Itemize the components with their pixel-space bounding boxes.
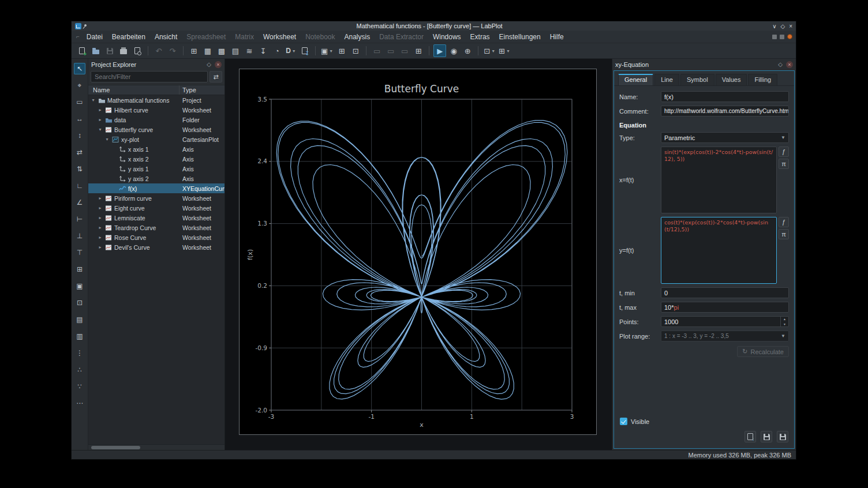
tool-select-button[interactable]: ↖ xyxy=(74,63,85,74)
new-worksheet-button[interactable]: ▤ xyxy=(229,44,242,57)
tmax-field[interactable]: 10* pi xyxy=(661,302,789,313)
expander-icon[interactable]: ▾ xyxy=(104,137,110,142)
add-text-label-button[interactable]: ⊡ xyxy=(349,44,362,57)
type-combobox[interactable]: Parametric ▼ xyxy=(661,132,789,143)
tree-row-piriform-curve[interactable]: ▸Piriform curveWorksheet xyxy=(88,193,225,203)
scrollbar-thumb[interactable] xyxy=(91,446,140,449)
points-spin-up[interactable]: ▲ xyxy=(781,317,788,322)
expander-icon[interactable]: ▸ xyxy=(97,205,103,211)
window-minimize-button[interactable]: ∨ xyxy=(772,23,776,29)
tree-row-butterfly-curve[interactable]: ▾Butterfly curveWorksheet xyxy=(88,125,225,134)
open-project-button[interactable] xyxy=(89,44,102,57)
explorer-hscrollbar[interactable] xyxy=(88,444,225,450)
zoom-mode-button[interactable]: ⊡▼ xyxy=(482,44,496,57)
tool-measure-button[interactable]: ∟ xyxy=(74,180,85,192)
tree-row-x-axis-1[interactable]: x axis 1Axis xyxy=(88,144,225,154)
tool-add-image-button[interactable]: ▣ xyxy=(74,280,85,292)
points-spinbox[interactable]: 1000 ▲ ▼ xyxy=(661,316,789,327)
new-project-button[interactable] xyxy=(76,44,88,57)
tool-add-x-axis-button[interactable]: ⊥ xyxy=(74,230,85,242)
new-live-data-source-button[interactable]: ≋ xyxy=(243,44,256,57)
expander-icon[interactable]: ▸ xyxy=(97,215,103,220)
load-function-button[interactable] xyxy=(744,431,756,442)
visible-checkbox[interactable]: Visible xyxy=(614,414,794,429)
insert-constant-button-y[interactable]: π xyxy=(779,229,789,239)
tree-row-teardrop-curve[interactable]: ▸Teardrop CurveWorksheet xyxy=(88,223,225,232)
explorer-float-button[interactable]: ◇ xyxy=(207,61,211,67)
magnification-button[interactable]: ⊞▼ xyxy=(497,44,511,57)
notification-icon[interactable] xyxy=(787,34,792,39)
tab-values[interactable]: Values xyxy=(716,74,747,85)
tool-measure-angle-button[interactable]: ∠ xyxy=(74,197,85,208)
tool-zoom-select-button[interactable]: ▭ xyxy=(74,96,85,108)
arrange-layout-button[interactable]: ⊞ xyxy=(412,44,425,57)
print-preview-button[interactable] xyxy=(131,44,144,57)
tree-row-eight-curve[interactable]: ▸Eight curveWorksheet xyxy=(88,203,225,213)
explorer-close-button[interactable]: × xyxy=(215,61,222,68)
tool-add-reference-range-button[interactable]: ∵ xyxy=(74,381,85,392)
panel-icon[interactable] xyxy=(772,35,777,39)
x-equation-input[interactable]: sin(t)*(exp(cos(t))-2*cos(4*t)-pow(sin(t… xyxy=(661,147,777,213)
select-mode-button[interactable]: ◉ xyxy=(447,44,460,57)
filter-options-button[interactable]: ⇄ xyxy=(209,71,222,82)
tool-add-axis-button[interactable]: ⊢ xyxy=(74,213,85,225)
expander-icon[interactable]: ▸ xyxy=(97,235,103,240)
color-picker-button[interactable]: ◔ xyxy=(271,44,283,57)
worksheet-view[interactable]: -3-1133.52.41.30.2-0.9-2.0Butterfly Curv… xyxy=(225,59,612,450)
checkbox-checked-icon[interactable] xyxy=(620,418,627,425)
tab-line[interactable]: Line xyxy=(654,74,679,85)
tool-add-spreadsheet-button[interactable]: ▤ xyxy=(74,314,85,325)
tree-row-y-axis-1[interactable]: y axis 1Axis xyxy=(88,164,225,174)
menu-item-worksheet[interactable]: Worksheet xyxy=(259,31,301,43)
name-field[interactable]: f(x) xyxy=(661,91,789,102)
dock-float-button[interactable]: ◇ xyxy=(778,61,783,67)
menu-item-hilfe[interactable]: Hilfe xyxy=(545,31,568,43)
tree-row-f-x[interactable]: f(x)XYEquationCurve xyxy=(88,183,225,193)
tool-add-reference-line-button[interactable]: ∴ xyxy=(74,364,85,376)
menu-item-ansicht[interactable]: Ansicht xyxy=(150,31,182,43)
expander-icon[interactable]: ▸ xyxy=(97,196,103,201)
crosshair-mode-button[interactable]: ⊕ xyxy=(461,44,474,57)
tool-add-info-element-button[interactable]: ⋯ xyxy=(74,397,85,409)
column-type[interactable]: Type xyxy=(179,87,225,93)
dock-close-button[interactable]: × xyxy=(786,61,793,68)
menu-item-bearbeiten[interactable]: Bearbeiten xyxy=(107,31,150,43)
expander-icon[interactable]: ▸ xyxy=(97,225,103,230)
expander-icon[interactable]: ▸ xyxy=(97,117,103,122)
insert-constant-button[interactable]: π xyxy=(779,159,789,169)
worksheet-page[interactable]: -3-1133.52.41.30.2-0.9-2.0Butterfly Curv… xyxy=(239,69,597,435)
tool-add-matrix-button[interactable]: ▥ xyxy=(74,331,85,342)
titlebar[interactable]: Mathematical functions - [Butterfly curv… xyxy=(72,21,796,31)
print-button[interactable] xyxy=(117,44,130,57)
save-as-function-button[interactable] xyxy=(777,431,788,442)
navigate-mode-button[interactable]: ▶ xyxy=(433,44,446,57)
tab-general[interactable]: General xyxy=(618,74,653,85)
window-maximize-button[interactable]: ◇ xyxy=(780,23,785,29)
expander-icon[interactable]: ▾ xyxy=(97,127,103,132)
new-spreadsheet-button[interactable]: ▦ xyxy=(201,44,214,57)
insert-function-button[interactable]: ƒ xyxy=(779,147,789,157)
tool-zoom-y-select-button[interactable]: ↕ xyxy=(74,130,85,141)
tree-row-rose-curve[interactable]: ▸Rose CurveWorksheet xyxy=(88,232,225,242)
new-matrix-button[interactable]: ▩ xyxy=(215,44,228,57)
tool-crosshair-button[interactable]: ⌖ xyxy=(74,80,85,91)
tool-add-plot-button[interactable]: ⊞ xyxy=(74,264,85,275)
import-from-file-button[interactable]: ↧ xyxy=(257,44,270,57)
tree-row-hilbert-curve[interactable]: ▸Hilbert curveWorksheet xyxy=(88,105,225,115)
tree-row-y-axis-2[interactable]: y axis 2Axis xyxy=(88,174,225,183)
new-plot-button[interactable]: ▣▼ xyxy=(320,44,334,57)
tool-add-y-axis-button[interactable]: ⊤ xyxy=(74,247,85,258)
expander-icon[interactable]: ▾ xyxy=(90,97,96,103)
tmin-field[interactable]: 0 xyxy=(661,287,789,298)
window-close-button[interactable]: × xyxy=(789,23,792,29)
y-equation-input[interactable]: cos(t)*(exp(cos(t))-2*cos(4*t)-pow(sin(t… xyxy=(661,217,777,284)
tree-row-x-axis-2[interactable]: x axis 2Axis xyxy=(88,154,225,164)
new-workbook-button[interactable]: ⊞ xyxy=(188,44,200,57)
tool-add-text-button[interactable]: ⊡ xyxy=(74,297,85,309)
menu-item-datei[interactable]: Datei xyxy=(82,31,107,43)
tree-column-header[interactable]: Name Type xyxy=(88,85,225,95)
menu-item-einstellungen[interactable]: Einstellungen xyxy=(495,31,545,43)
expander-icon[interactable]: ▸ xyxy=(97,245,103,250)
save-function-button[interactable] xyxy=(761,431,772,442)
tree-row-xy-plot[interactable]: ▾xy-plotCartesianPlot xyxy=(88,134,225,144)
